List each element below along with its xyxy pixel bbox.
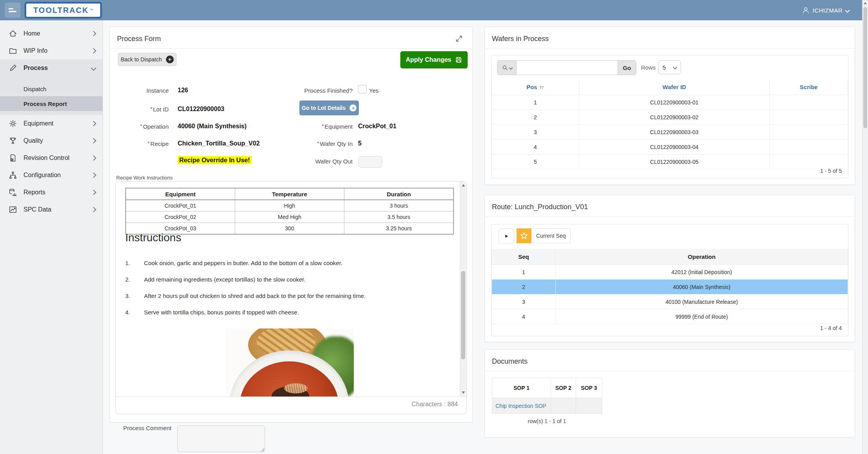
- pagination: 1 - 4 of 4: [820, 325, 842, 331]
- recipe-label: *Recipe: [110, 140, 169, 147]
- table-row[interactable]: 3CL01220900003-03: [492, 125, 848, 140]
- lot-id-value: CL01220900003: [178, 106, 224, 113]
- button-label: Go to Lot Details: [302, 105, 346, 111]
- table-cell: Chip Inspection SOP: [492, 398, 551, 414]
- divider: [635, 59, 635, 76]
- wafers-in-process-panel: Wafers in Process Go Rows 5 Pos: [484, 27, 855, 185]
- sidebar-item-wip-info[interactable]: WIP Info: [0, 42, 103, 59]
- scrollbar-thumb[interactable]: [863, 7, 867, 128]
- search-icon: [502, 65, 508, 71]
- sidebar-item-spc-data[interactable]: SPC Data: [0, 201, 103, 218]
- window-scrollbar[interactable]: [862, 0, 868, 454]
- table-row[interactable]: 5CL01220900003-05: [492, 154, 848, 169]
- chevron-right-icon: [91, 31, 96, 36]
- sidebar-item-label: Equipment: [23, 120, 54, 127]
- table-cell: 99999 (End of Route): [556, 309, 848, 324]
- column-header-wafer-id[interactable]: Wafer ID: [579, 79, 770, 95]
- wafer-qty-out-input[interactable]: [358, 156, 382, 168]
- trophy-icon: [8, 136, 18, 146]
- save-icon: [455, 56, 462, 63]
- process-comment-textarea[interactable]: [177, 425, 265, 452]
- panel-title: Wafers in Process: [492, 35, 549, 43]
- table-row[interactable]: CrockPot_01High3 hours: [126, 200, 454, 212]
- sidebar-item-process-report[interactable]: Process Report: [0, 96, 103, 111]
- apply-changes-button[interactable]: Apply Changes: [400, 51, 468, 68]
- process-finished-checkbox[interactable]: [358, 85, 367, 93]
- go-to-lot-details-button[interactable]: Go to Lot Details: [299, 100, 359, 115]
- table-row[interactable]: 1CL01220900003-01: [492, 95, 848, 110]
- table-body: 142012 (Initial Deposition)240060 (Main …: [492, 265, 848, 324]
- table-header-row: Equipment Temperature Duration: [126, 188, 454, 200]
- table-row[interactable]: 240060 (Main Synthesis): [492, 280, 848, 294]
- table-row[interactable]: Chip Inspection SOP: [492, 398, 602, 414]
- recipe-override-warning: Recipe Override In Use!: [178, 157, 252, 164]
- search-options-button[interactable]: [497, 61, 517, 75]
- button-label: Back to Dispatch: [121, 56, 162, 63]
- top-bar: TOOLTRACK™ ICHIZMAR: [0, 0, 863, 20]
- column-header-operation: Operation: [556, 249, 848, 265]
- sidebar-item-label: Configuration: [23, 172, 61, 179]
- user-menu[interactable]: ICHIZMAR: [802, 0, 850, 20]
- sidebar-item-revision-control[interactable]: Revision Control: [0, 149, 103, 167]
- table-cell: 42012 (Initial Deposition): [556, 265, 848, 280]
- current-seq-legend: Current Seq: [517, 228, 571, 243]
- scroll-down-arrow-icon[interactable]: [462, 391, 465, 394]
- play-button[interactable]: [499, 228, 514, 244]
- table-row[interactable]: 2CL01220900003-02: [492, 110, 848, 125]
- sidebar-process-group: Process Dispatch Process Report: [0, 59, 103, 115]
- go-button[interactable]: Go: [618, 61, 636, 75]
- table-cell: Med High: [235, 212, 344, 223]
- search-input[interactable]: [517, 61, 618, 75]
- panel-title: Route: Lunch_Production_V01: [492, 203, 588, 211]
- column-header: Equipment: [126, 188, 235, 200]
- sidebar-item-label: Process: [23, 65, 48, 72]
- table-row[interactable]: 499999 (End of Route): [492, 309, 848, 324]
- sidebar-item-label: Reports: [23, 189, 45, 196]
- work-instructions-scroll-area[interactable]: Equipment Temperature Duration CrockPot_…: [116, 181, 466, 397]
- scrollbar-thumb[interactable]: [461, 271, 465, 359]
- app-logo-text: TOOLTRACK: [33, 6, 89, 15]
- column-header-pos[interactable]: Pos: [492, 79, 579, 95]
- column-header-sop1: SOP 1: [492, 378, 551, 398]
- sidebar-item-equipment[interactable]: Equipment: [0, 115, 103, 132]
- sidebar-item-home[interactable]: Home: [0, 25, 103, 42]
- table-cell: 3 hours: [344, 200, 454, 212]
- sidebar-item-quality[interactable]: Quality: [0, 132, 103, 149]
- instance-value: 126: [178, 87, 188, 94]
- column-header: Duration: [344, 188, 454, 200]
- sort-ascending-icon: [539, 85, 544, 90]
- column-header-sop3: SOP 3: [576, 378, 602, 398]
- star-icon: [520, 231, 528, 240]
- table-body: Chip Inspection SOP: [492, 398, 602, 414]
- sidebar-item-dispatch[interactable]: Dispatch: [0, 81, 103, 96]
- table-cell: 2: [492, 280, 556, 294]
- sidebar-item-label: Revision Control: [23, 154, 69, 162]
- column-header-scribe[interactable]: Scribe: [770, 79, 848, 95]
- inner-scrollbar[interactable]: [460, 182, 466, 396]
- table-cell: 2: [492, 110, 579, 125]
- divider: [485, 216, 855, 217]
- back-to-dispatch-button[interactable]: Back to Dispatch: [118, 53, 176, 66]
- sidebar-item-process[interactable]: Process: [0, 59, 103, 77]
- app-logo[interactable]: TOOLTRACK™: [25, 2, 101, 18]
- table-row[interactable]: 340100 (Manufacture Release): [492, 294, 848, 309]
- sidebar-item-configuration[interactable]: Configuration: [0, 167, 103, 184]
- table-row[interactable]: CrockPot_02Med High3.5 hours: [126, 212, 454, 223]
- sidebar-toggle-button[interactable]: [5, 3, 20, 18]
- wafer-qty-in-label: *Wafer Qty In: [274, 140, 353, 147]
- documents-panel: Documents SOP 1 SOP 2 SOP 3 Chip Inspect…: [484, 349, 855, 438]
- table-row[interactable]: 4CL01220900003-04: [492, 140, 848, 154]
- rows-per-page-select[interactable]: 5: [658, 60, 681, 74]
- table-row[interactable]: 142012 (Initial Deposition): [492, 265, 848, 280]
- scroll-up-arrow-icon[interactable]: [864, 2, 867, 4]
- divider: [110, 48, 472, 48]
- table-cell: [770, 110, 848, 125]
- pagination: 1 - 5 of 5: [820, 168, 842, 174]
- expand-icon[interactable]: [455, 35, 463, 43]
- chevron-down-icon: [673, 65, 677, 69]
- equipment-value: CrockPot_01: [358, 123, 396, 130]
- scroll-up-arrow-icon[interactable]: [462, 184, 465, 187]
- equipment-settings-table: Equipment Temperature Duration CrockPot_…: [125, 188, 454, 235]
- sidebar-item-reports[interactable]: Reports: [0, 184, 103, 201]
- document-link[interactable]: Chip Inspection SOP: [495, 403, 546, 409]
